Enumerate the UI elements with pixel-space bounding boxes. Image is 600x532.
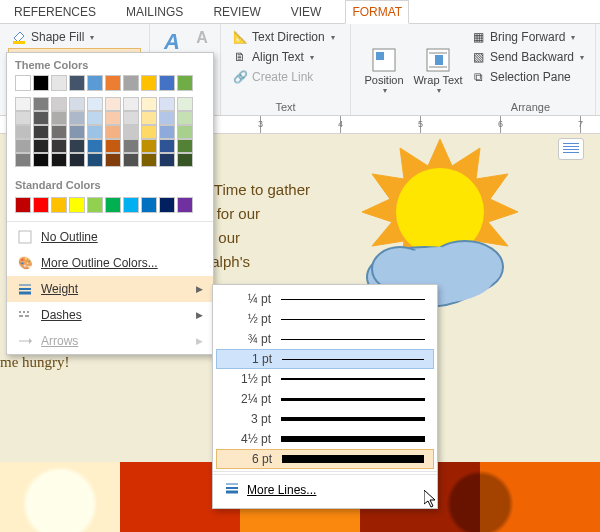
color-swatch[interactable] <box>141 125 157 139</box>
color-swatch[interactable] <box>87 139 103 153</box>
color-swatch[interactable] <box>141 153 157 167</box>
tab-references[interactable]: REFERENCES <box>8 1 102 23</box>
color-swatch[interactable] <box>69 153 85 167</box>
color-swatch[interactable] <box>177 97 193 111</box>
color-swatch[interactable] <box>105 97 121 111</box>
color-swatch[interactable] <box>105 111 121 125</box>
wrap-text-button[interactable]: Wrap Text▾ <box>413 28 463 113</box>
color-swatch[interactable] <box>141 75 157 91</box>
color-swatch[interactable] <box>69 75 85 91</box>
color-swatch[interactable] <box>51 197 67 213</box>
color-swatch[interactable] <box>177 197 193 213</box>
color-swatch[interactable] <box>177 153 193 167</box>
color-swatch[interactable] <box>33 97 49 111</box>
weight-option[interactable]: ½ pt <box>213 309 437 329</box>
color-swatch[interactable] <box>159 75 175 91</box>
weight-option[interactable]: ¼ pt <box>213 289 437 309</box>
color-swatch[interactable] <box>159 139 175 153</box>
color-swatch[interactable] <box>141 197 157 213</box>
tab-mailings[interactable]: MAILINGS <box>120 1 189 23</box>
align-text-button[interactable]: 🗎 Align Text▾ <box>229 48 342 66</box>
layout-options-button[interactable] <box>558 138 584 160</box>
color-swatch[interactable] <box>123 153 139 167</box>
color-swatch[interactable] <box>15 75 31 91</box>
text-direction-button[interactable]: 📐 Text Direction▾ <box>229 28 342 46</box>
weight-option[interactable]: 1 pt <box>216 349 434 369</box>
color-swatch[interactable] <box>123 75 139 91</box>
color-swatch[interactable] <box>141 111 157 125</box>
weight-item[interactable]: Weight ▶ <box>7 276 213 302</box>
tab-review[interactable]: REVIEW <box>207 1 266 23</box>
color-swatch[interactable] <box>51 97 67 111</box>
tab-format[interactable]: FORMAT <box>345 0 409 24</box>
text-outline-a-icon[interactable]: A <box>192 28 212 48</box>
color-swatch[interactable] <box>51 75 67 91</box>
color-swatch[interactable] <box>69 197 85 213</box>
color-swatch[interactable] <box>177 75 193 91</box>
color-swatch[interactable] <box>105 75 121 91</box>
color-swatch[interactable] <box>87 75 103 91</box>
weight-option[interactable]: 3 pt <box>213 409 437 429</box>
color-swatch[interactable] <box>87 153 103 167</box>
color-swatch[interactable] <box>177 125 193 139</box>
color-swatch[interactable] <box>15 125 31 139</box>
color-swatch[interactable] <box>177 111 193 125</box>
color-swatch[interactable] <box>105 125 121 139</box>
color-swatch[interactable] <box>15 111 31 125</box>
color-swatch[interactable] <box>105 139 121 153</box>
color-swatch[interactable] <box>87 125 103 139</box>
more-outline-colors-item[interactable]: 🎨 More Outline Colors... <box>7 250 213 276</box>
color-swatch[interactable] <box>123 197 139 213</box>
weight-option[interactable]: ¾ pt <box>213 329 437 349</box>
color-swatch[interactable] <box>105 197 121 213</box>
shape-fill-button[interactable]: Shape Fill ▾ <box>8 28 141 46</box>
color-swatch[interactable] <box>33 153 49 167</box>
color-swatch[interactable] <box>87 197 103 213</box>
bring-forward-button[interactable]: ▦Bring Forward▾ <box>467 28 587 46</box>
position-button[interactable]: Position▾ <box>359 28 409 113</box>
dashes-item[interactable]: Dashes ▶ <box>7 302 213 328</box>
color-swatch[interactable] <box>69 111 85 125</box>
color-swatch[interactable] <box>177 139 193 153</box>
color-swatch[interactable] <box>51 125 67 139</box>
color-swatch[interactable] <box>33 75 49 91</box>
send-backward-button[interactable]: ▧Send Backward▾ <box>467 48 587 66</box>
color-swatch[interactable] <box>123 139 139 153</box>
more-lines-item[interactable]: More Lines... <box>213 474 437 504</box>
color-swatch[interactable] <box>123 97 139 111</box>
color-swatch[interactable] <box>69 139 85 153</box>
color-swatch[interactable] <box>123 111 139 125</box>
color-swatch[interactable] <box>87 111 103 125</box>
color-swatch[interactable] <box>87 97 103 111</box>
color-swatch[interactable] <box>51 153 67 167</box>
color-swatch[interactable] <box>15 139 31 153</box>
no-outline-item[interactable]: No Outline <box>7 224 213 250</box>
weight-option[interactable]: 2¼ pt <box>213 389 437 409</box>
color-swatch[interactable] <box>33 125 49 139</box>
color-swatch[interactable] <box>159 125 175 139</box>
color-swatch[interactable] <box>159 153 175 167</box>
color-swatch[interactable] <box>15 97 31 111</box>
color-swatch[interactable] <box>51 111 67 125</box>
weight-option[interactable]: 1½ pt <box>213 369 437 389</box>
color-swatch[interactable] <box>105 153 121 167</box>
color-swatch[interactable] <box>51 139 67 153</box>
color-swatch[interactable] <box>69 97 85 111</box>
weight-option[interactable]: 6 pt <box>216 449 434 469</box>
color-swatch[interactable] <box>141 97 157 111</box>
tab-view[interactable]: VIEW <box>285 1 328 23</box>
color-swatch[interactable] <box>15 197 31 213</box>
color-swatch[interactable] <box>15 153 31 167</box>
color-swatch[interactable] <box>69 125 85 139</box>
color-swatch[interactable] <box>141 139 157 153</box>
weight-option[interactable]: 4½ pt <box>213 429 437 449</box>
color-swatch[interactable] <box>159 197 175 213</box>
color-swatch[interactable] <box>33 111 49 125</box>
color-swatch[interactable] <box>159 97 175 111</box>
color-swatch[interactable] <box>33 197 49 213</box>
color-swatch[interactable] <box>33 139 49 153</box>
color-swatch[interactable] <box>123 125 139 139</box>
color-swatch[interactable] <box>159 111 175 125</box>
chevron-right-icon: ▶ <box>196 336 203 346</box>
selection-pane-button[interactable]: ⧉Selection Pane <box>467 68 587 86</box>
